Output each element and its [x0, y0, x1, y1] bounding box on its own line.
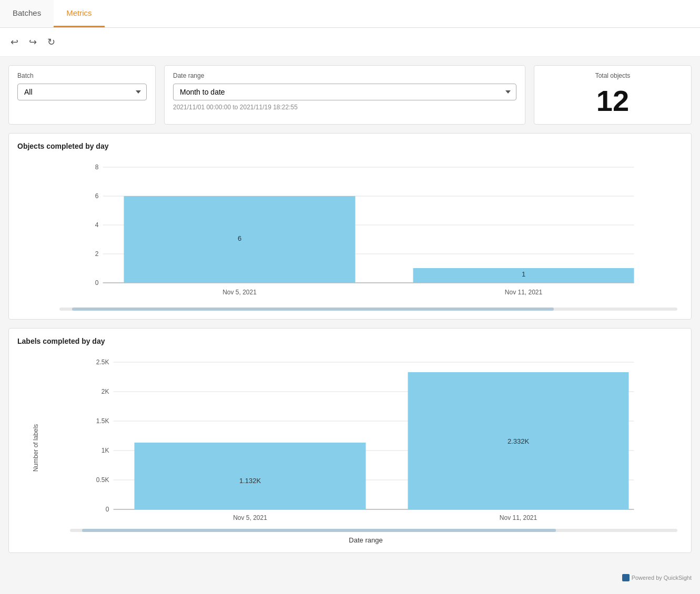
svg-text:2.5K: 2.5K [96, 359, 109, 366]
svg-text:0.5K: 0.5K [96, 476, 109, 484]
svg-text:0: 0 [106, 506, 109, 513]
total-objects-card: Total objects 12 [534, 65, 692, 125]
date-filter-card: Date range Month to date Last 7 days Las… [164, 65, 525, 125]
chart2-card: Labels completed by day Number of labels… [8, 328, 692, 553]
svg-text:Nov 5, 2021: Nov 5, 2021 [233, 514, 267, 521]
svg-text:1.132K: 1.132K [239, 477, 261, 485]
chart1-title: Objects completed by day [17, 142, 683, 150]
tab-batches[interactable]: Batches [0, 0, 54, 27]
redo-button[interactable]: ↪ [27, 34, 39, 50]
chart2-scrollbar-track[interactable] [70, 529, 677, 532]
svg-text:Nov 11, 2021: Nov 11, 2021 [500, 514, 537, 521]
chart2-x-axis-label: Date range [49, 536, 683, 544]
chart2-bar1 [135, 443, 366, 509]
main-content: Batch All Date range Month to date Last … [0, 65, 700, 570]
batch-select[interactable]: All [17, 84, 147, 100]
svg-text:1: 1 [522, 270, 525, 278]
toolbar: ↩ ↪ ↻ [0, 28, 700, 57]
chart1-scrollbar-thumb[interactable] [72, 308, 554, 311]
chart2-svg: 2.5K 2K 1.5K 1K 0.5K 0 1.132K 2.332K N [49, 352, 683, 525]
svg-text:8: 8 [95, 163, 99, 171]
batch-filter-card: Batch All [8, 65, 156, 125]
quicksight-footer: Powered by QuickSight [0, 570, 700, 586]
refresh-button[interactable]: ↻ [45, 34, 57, 50]
svg-text:1K: 1K [102, 447, 109, 454]
date-range-text: 2021/11/01 00:00:00 to 2021/11/19 18:22:… [173, 104, 516, 111]
svg-text:2K: 2K [102, 388, 109, 395]
batch-filter-label: Batch [17, 72, 147, 79]
total-objects-label: Total objects [543, 72, 683, 79]
svg-text:2.332K: 2.332K [508, 437, 530, 445]
quicksight-text: Powered by QuickSight [632, 575, 692, 581]
svg-text:2: 2 [95, 250, 99, 258]
undo-button[interactable]: ↩ [8, 34, 21, 50]
total-objects-value: 12 [543, 84, 683, 118]
svg-text:Nov 11, 2021: Nov 11, 2021 [505, 289, 543, 296]
top-tabs: Batches Metrics [0, 0, 700, 28]
svg-text:0: 0 [95, 279, 99, 286]
chart1-svg: 8 6 4 2 0 6 1 Nov 5, 2021 Nov [38, 157, 683, 304]
svg-text:6: 6 [95, 192, 99, 200]
tab-metrics[interactable]: Metrics [54, 0, 104, 27]
chart2-y-axis-label: Number of labels [32, 424, 39, 472]
date-filter-label: Date range [173, 72, 516, 79]
svg-text:4: 4 [95, 221, 99, 229]
qs-logo-icon [622, 574, 630, 581]
svg-text:Nov 5, 2021: Nov 5, 2021 [222, 289, 257, 296]
date-range-select[interactable]: Month to date Last 7 days Last 30 days C… [173, 84, 516, 100]
svg-text:1.5K: 1.5K [96, 417, 109, 425]
chart2-title: Labels completed by day [17, 337, 683, 345]
chart1-scrollbar-track[interactable] [59, 308, 677, 311]
chart1-card: Objects completed by day 8 6 4 2 0 6 [8, 133, 692, 320]
svg-text:6: 6 [238, 234, 241, 242]
chart2-scrollbar-thumb[interactable] [82, 529, 556, 532]
filters-row: Batch All Date range Month to date Last … [8, 65, 692, 125]
